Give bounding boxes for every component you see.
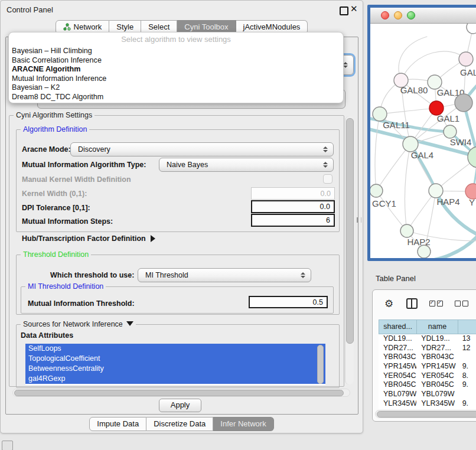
tab-label: Select [148, 22, 169, 31]
mi-steps-field[interactable] [251, 214, 335, 227]
float-window-icon[interactable] [340, 6, 348, 15]
node-label: Y [469, 197, 475, 207]
table-cell: YER054C [416, 371, 458, 381]
zoom-traffic-light-icon[interactable] [407, 11, 415, 19]
select-all-checks-icon[interactable] [429, 301, 443, 306]
table-row[interactable]: YER054CYER054C8. [379, 371, 476, 381]
columns-icon[interactable] [406, 298, 417, 309]
table-cell: YBL079W [416, 390, 458, 399]
table-cell: YDR27... [379, 344, 416, 353]
table-cell: 9. [458, 362, 476, 371]
settings-horizontal-scrollbar[interactable] [12, 389, 350, 397]
network-view-window[interactable]: GALGAL80GAL10GAL1GAL11SWI4GAL4HAP4YGCY1H… [367, 5, 476, 261]
network-node[interactable] [418, 245, 431, 258]
table-row[interactable]: YBR045CYBR045C9. [379, 380, 476, 390]
aracne-mode-combobox[interactable]: Discovery [70, 142, 334, 156]
network-edge[interactable] [376, 191, 407, 231]
network-graph: GALGAL80GAL10GAL1GAL11SWI4GAL4HAP4YGCY1H… [370, 24, 476, 258]
network-node-swi4[interactable] [444, 125, 457, 138]
network-canvas[interactable]: GALGAL80GAL10GAL1GAL11SWI4GAL4HAP4YGCY1H… [370, 24, 476, 258]
mi-threshold-group-title: MI Threshold Definition [25, 282, 106, 291]
table-row[interactable]: YBL079WYBL079W [379, 390, 476, 399]
network-node-gcy1[interactable] [370, 184, 383, 197]
attribute-item-betweennesscentrality[interactable]: BetweennessCentrality [25, 364, 325, 374]
manual-kernel-checkbox[interactable] [323, 174, 332, 184]
tab-label: Style [116, 22, 133, 31]
table-row[interactable]: YDR27...YDR27...12 [379, 344, 476, 353]
table-cell: YBR045C [379, 380, 416, 390]
network-node-hap4[interactable] [429, 184, 443, 198]
algorithm-option-basic-correlation-inference[interactable]: Basic Correlation Inference [9, 56, 343, 66]
screen: { "control_panel": { "title": "Control P… [0, 0, 476, 450]
mi-threshold-field[interactable] [249, 296, 328, 308]
deselect-all-checks-icon[interactable] [455, 301, 468, 306]
gear-icon[interactable]: ⚙ [384, 298, 393, 310]
algorithm-option-dream8-dc-tdc-algorithm[interactable]: Dream8 DC_TDC Algorithm [9, 93, 343, 102]
network-edge[interactable] [380, 108, 436, 114]
data-attributes-list[interactable]: SelfLoopsTopologicalCoefficientBetweenne… [25, 344, 325, 385]
table-cell [458, 353, 476, 362]
node-label: GAL1 [437, 113, 459, 123]
close-traffic-light-icon[interactable] [381, 11, 389, 19]
tab-discretize-data[interactable]: Discretize Data [146, 417, 213, 431]
manual-kernel-label: Manual Kernel Width Definition [22, 175, 131, 184]
network-window-titlebar [370, 8, 476, 24]
network-edge[interactable] [375, 114, 380, 191]
table-horizontal-scrollbar[interactable] [375, 410, 476, 418]
table-row[interactable]: YDL19...YDL19...13 [379, 334, 476, 344]
dpi-tolerance-field[interactable] [251, 200, 335, 213]
mi-type-label: Mutual Information Algorithm Type: [22, 161, 146, 169]
algorithm-option-aracne-algorithm[interactable]: ARACNE Algorithm [9, 65, 343, 74]
combobox-stepper-icon [298, 272, 308, 278]
settings-vertical-scrollbar[interactable] [345, 116, 354, 384]
table-row[interactable]: YPR145WYPR145W9. [379, 362, 476, 371]
tab-label: Discretize Data [154, 419, 206, 428]
minimized-panel-icon[interactable] [2, 441, 13, 450]
column-header-name[interactable]: name [416, 320, 458, 334]
table-toolbar: ⚙ [373, 290, 476, 317]
table-cell: 9. [458, 380, 476, 390]
attribute-item-topologicalcoefficient[interactable]: TopologicalCoefficient [25, 354, 325, 364]
algorithm-option-list: Bayesian – Hill ClimbingBasic Correlatio… [9, 47, 343, 102]
network-node-gal[interactable] [459, 52, 473, 66]
mi-type-combobox[interactable]: Naive Bayes [159, 158, 334, 172]
table-cell: YDL19... [379, 334, 416, 344]
tab-infer-network[interactable]: Infer Network [213, 417, 273, 431]
algorithm-definition-title: Algorithm Definition [21, 125, 89, 133]
network-node[interactable] [467, 24, 476, 34]
panel-splitter-handle[interactable] [357, 217, 361, 223]
table-row[interactable]: YLR345WYLR345W9. [379, 399, 476, 409]
control-panel-title: Control Panel [6, 5, 53, 14]
tab-impute-data[interactable]: Impute Data [89, 417, 146, 431]
list-vertical-scrollbar[interactable] [317, 345, 324, 384]
sources-group-title[interactable]: Sources for Network Inference [21, 320, 136, 328]
network-node[interactable] [455, 94, 472, 112]
node-label: GAL [460, 67, 476, 77]
attribute-item-gal4rgexp[interactable]: gal4RGexp [25, 374, 325, 384]
attribute-item-selfloops[interactable]: SelfLoops [25, 344, 325, 354]
table-row[interactable]: YBR043CYBR043C [379, 353, 476, 362]
column-header-shared[interactable]: shared... [379, 320, 416, 334]
network-icon [63, 23, 71, 31]
network-node-gal11[interactable] [373, 107, 387, 121]
dpi-tolerance-label: DPI Tolerance [0,1]: [22, 204, 90, 212]
column-header-2[interactable] [458, 320, 476, 334]
kernel-width-field[interactable] [251, 187, 335, 200]
node-label: GAL80 [400, 85, 428, 95]
network-edge[interactable] [405, 144, 410, 231]
apply-button[interactable]: Apply [159, 399, 201, 412]
minimize-traffic-light-icon[interactable] [394, 11, 402, 19]
table-cell: YPR145W [416, 362, 458, 371]
algorithm-option-bayesian-k2[interactable]: Bayesian – K2 [9, 83, 343, 93]
which-threshold-combobox[interactable]: MI Threshold [138, 268, 311, 282]
control-panel-window: Control Panel ✕ NetworkStyleSelectCyni T… [0, 0, 363, 433]
data-attributes-label: Data Attributes [21, 331, 73, 340]
algorithm-option-mutual-information-inference[interactable]: Mutual Information Inference [9, 74, 343, 84]
network-node-hap2[interactable] [400, 224, 413, 237]
node-label: SWI4 [450, 137, 472, 147]
table-cell: YBR043C [416, 353, 458, 362]
hub-definition-toggle[interactable]: Hub/Transcription Factor Definition [22, 234, 155, 243]
algorithm-option-bayesian-hill-climbing[interactable]: Bayesian – Hill Climbing [9, 47, 343, 56]
node-table: shared...name YDL19...YDL19...13YDR27...… [379, 319, 476, 418]
close-icon[interactable]: ✕ [350, 4, 358, 14]
